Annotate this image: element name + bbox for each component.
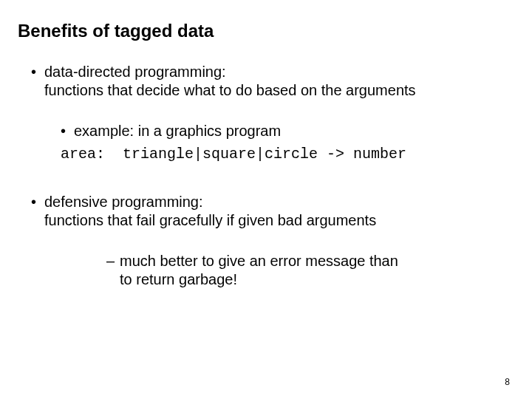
slide-title: Benefits of tagged data bbox=[18, 21, 514, 41]
note-line2: to return garbage! bbox=[120, 271, 514, 288]
example-code: area: triangle|square|circle -> number bbox=[61, 146, 514, 163]
note-line1: much better to give an error message tha… bbox=[120, 253, 398, 270]
page-number: 8 bbox=[505, 377, 510, 387]
bullet-dot-icon: • bbox=[31, 64, 44, 81]
example-label: area: bbox=[61, 146, 105, 163]
dash-icon: – bbox=[106, 253, 120, 270]
bullet-term: defensive programming: bbox=[44, 194, 514, 211]
bullet-defensive: • defensive programming: functions that … bbox=[31, 194, 514, 229]
bullet-term: data-directed programming: bbox=[44, 64, 514, 81]
bullet-dot-icon: • bbox=[31, 194, 44, 211]
bullet-desc: functions that fail gracefully if given … bbox=[44, 212, 514, 229]
example-type: triangle|square|circle -> number bbox=[123, 146, 406, 163]
bullet-dot-icon: • bbox=[61, 123, 74, 140]
bullet-desc: functions that decide what to do based o… bbox=[44, 82, 514, 99]
bullet-data-directed: • data-directed programming: functions t… bbox=[31, 64, 514, 99]
example-bullet: • example: in a graphics program bbox=[61, 123, 514, 140]
example-intro: example: in a graphics program bbox=[74, 123, 281, 140]
note-bullet: – much better to give an error message t… bbox=[106, 253, 514, 288]
